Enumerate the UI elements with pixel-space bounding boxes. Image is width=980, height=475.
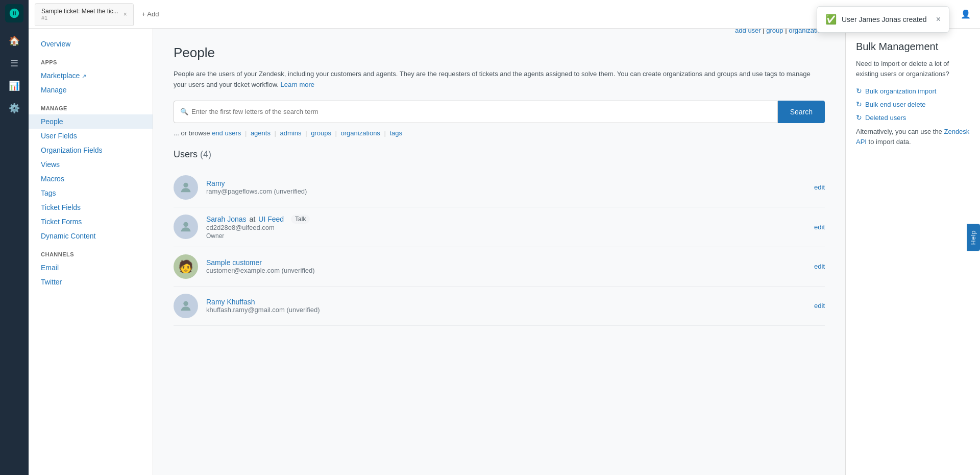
user-item: Ramy Khuffash khuffash.ramy@gmail.com (u… xyxy=(174,287,825,326)
search-field-icon: 🔍 xyxy=(180,108,188,115)
user-email: cd2d28e8@uifeed.com xyxy=(206,224,806,231)
user-badge: Talk xyxy=(291,215,310,224)
bulk-title: Bulk Management xyxy=(856,41,970,53)
user-name-link[interactable]: Ramy Khuffash xyxy=(206,298,255,306)
user-item: Sarah Jonas at UI Feed Talk cd2d28e8@uif… xyxy=(174,207,825,247)
sidebar-item-twitter[interactable]: Twitter xyxy=(29,275,153,289)
search-input[interactable] xyxy=(191,108,771,115)
sidebar-item-org-fields[interactable]: Organization Fields xyxy=(29,143,153,157)
users-heading: Users (4) xyxy=(174,149,825,160)
user-edit-link[interactable]: edit xyxy=(814,223,825,231)
user-name-link[interactable]: Sample customer xyxy=(206,258,262,267)
toast-notification: ✅ User James Jonas created × xyxy=(817,6,949,33)
user-name-link[interactable]: Sarah Jonas xyxy=(206,215,247,223)
help-button[interactable]: Help xyxy=(967,224,980,251)
user-edit-link[interactable]: edit xyxy=(814,183,825,191)
page-description: People are the users of your Zendesk, in… xyxy=(174,69,825,90)
page-title: People xyxy=(174,45,215,61)
toast-close-button[interactable]: × xyxy=(936,15,941,24)
deleted-users-link[interactable]: ↻ Deleted users xyxy=(856,113,970,122)
search-row: 🔍 Search xyxy=(174,101,825,123)
user-email: customer@example.com (unverified) xyxy=(206,267,806,274)
tickets-icon[interactable]: ☰ xyxy=(4,53,24,74)
search-input-wrap: 🔍 xyxy=(174,101,778,123)
circle-arrow-icon3: ↻ xyxy=(856,113,862,122)
browse-end-users-link[interactable]: end users xyxy=(212,129,241,137)
reporting-icon[interactable]: 📊 xyxy=(4,76,24,96)
circle-arrow-icon: ↻ xyxy=(856,87,862,95)
sidebar-item-ticket-forms[interactable]: Ticket Forms xyxy=(29,215,153,229)
avatar-icon[interactable]: 👤 xyxy=(958,6,974,22)
user-avatar xyxy=(174,294,198,318)
svg-point-0 xyxy=(183,182,188,187)
bulk-org-import-link[interactable]: ↻ Bulk organization import xyxy=(856,87,970,95)
browse-organizations-link[interactable]: organizations xyxy=(341,129,380,137)
tab-close-button[interactable]: × xyxy=(124,11,127,18)
learn-more-link2[interactable]: Learn more xyxy=(281,81,314,88)
icon-rail: 🏠 ☰ 📊 ⚙️ xyxy=(0,0,29,475)
user-info: Ramy Khuffash khuffash.ramy@gmail.com (u… xyxy=(206,298,806,314)
add-tab-label: + Add xyxy=(142,10,159,18)
user-email: ramy@pageflows.com (unverified) xyxy=(206,187,806,195)
user-email: khuffash.ramy@gmail.com (unverified) xyxy=(206,306,806,314)
sidebar-channels-section: CHANNELS xyxy=(29,243,153,260)
circle-arrow-icon2: ↻ xyxy=(856,100,862,108)
svg-point-1 xyxy=(183,222,188,227)
browse-agents-link[interactable]: agents xyxy=(251,129,271,137)
user-edit-link[interactable]: edit xyxy=(814,302,825,310)
user-info: Sample customer customer@example.com (un… xyxy=(206,258,806,274)
tab-number: #1 xyxy=(41,15,118,21)
app-logo xyxy=(5,4,23,22)
toast-message: User James Jonas created xyxy=(842,15,927,23)
sidebar-apps-section: APPS xyxy=(29,51,153,68)
user-avatar xyxy=(174,175,198,200)
right-panel: Bulk Management Need to import or delete… xyxy=(845,29,980,475)
user-role: Owner xyxy=(206,232,806,240)
search-button[interactable]: Search xyxy=(778,101,825,123)
bulk-alt-text: Alternatively, you can use the Zendesk A… xyxy=(856,127,970,147)
sidebar-item-marketplace[interactable]: Marketplace ↗ xyxy=(29,68,153,83)
add-tab-button[interactable]: + Add xyxy=(138,7,163,21)
sidebar-item-dynamic-content[interactable]: Dynamic Content xyxy=(29,229,153,243)
sidebar-item-manage[interactable]: Manage xyxy=(29,83,153,97)
add-user-link[interactable]: add user xyxy=(735,29,761,34)
user-avatar xyxy=(174,215,198,239)
bulk-description: Need to import or delete a lot of existi… xyxy=(856,59,970,79)
browse-groups-link[interactable]: groups xyxy=(311,129,331,137)
user-avatar: 🧑 xyxy=(174,254,198,279)
sidebar-item-ticket-fields[interactable]: Ticket Fields xyxy=(29,200,153,215)
sidebar-item-email[interactable]: Email xyxy=(29,260,153,275)
user-list: Ramy ramy@pageflows.com (unverified) edi… xyxy=(174,168,825,326)
sidebar-item-people[interactable]: People xyxy=(29,114,153,129)
sidebar-item-user-fields[interactable]: User Fields xyxy=(29,129,153,143)
user-info: Ramy ramy@pageflows.com (unverified) xyxy=(206,179,806,195)
toast-success-icon: ✅ xyxy=(825,14,837,25)
user-edit-link[interactable]: edit xyxy=(814,263,825,270)
sidebar: Overview APPS Marketplace ↗ Manage MANAG… xyxy=(29,29,153,475)
settings-icon[interactable]: ⚙️ xyxy=(4,98,24,118)
page-actions: add user | group | organization xyxy=(735,29,825,34)
sidebar-manage-section: MANAGE xyxy=(29,97,153,114)
user-item: Ramy ramy@pageflows.com (unverified) edi… xyxy=(174,168,825,207)
home-icon[interactable]: 🏠 xyxy=(4,31,24,51)
svg-point-2 xyxy=(183,301,188,305)
sidebar-item-views[interactable]: Views xyxy=(29,157,153,172)
browse-tags-link[interactable]: tags xyxy=(390,129,403,137)
user-name-link[interactable]: Ramy xyxy=(206,179,225,187)
user-item: 🧑 Sample customer customer@example.com (… xyxy=(174,247,825,287)
ticket-tab[interactable]: Sample ticket: Meet the tic... #1 × xyxy=(35,3,134,26)
browse-row: ... or browse end users | agents | admin… xyxy=(174,129,825,137)
user-org-link[interactable]: UI Feed xyxy=(258,215,284,223)
sidebar-item-macros[interactable]: Macros xyxy=(29,172,153,186)
bulk-end-user-delete-link[interactable]: ↻ Bulk end user delete xyxy=(856,100,970,108)
browse-admins-link[interactable]: admins xyxy=(280,129,302,137)
user-info: Sarah Jonas at UI Feed Talk cd2d28e8@uif… xyxy=(206,215,806,240)
tab-title: Sample ticket: Meet the tic... xyxy=(41,8,118,15)
sidebar-item-tags[interactable]: Tags xyxy=(29,186,153,200)
sidebar-item-overview[interactable]: Overview xyxy=(29,37,153,51)
main-content: People add user | group | organization P… xyxy=(153,29,845,475)
add-group-link[interactable]: group xyxy=(766,29,783,34)
